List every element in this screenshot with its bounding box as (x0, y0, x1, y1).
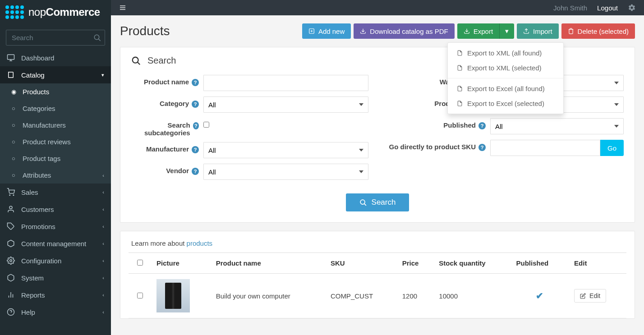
svg-point-7 (9, 206, 12, 209)
nav-content[interactable]: Content management ‹ (0, 235, 111, 252)
chevron-left-icon: ‹ (102, 224, 104, 229)
dot-icon: ◉ (8, 88, 19, 95)
logout-link[interactable]: Logout (597, 4, 618, 12)
nav-label: Dashboard (21, 54, 54, 62)
svg-line-25 (138, 62, 140, 64)
nav-dashboard[interactable]: Dashboard (0, 49, 111, 66)
user-icon (7, 205, 18, 213)
topbar-user[interactable]: John Smith (553, 4, 587, 12)
select-all-checkbox[interactable] (137, 260, 143, 266)
export-button[interactable]: Export (457, 23, 499, 39)
chevron-left-icon: ‹ (102, 275, 104, 280)
nav-catalog[interactable]: Catalog ▾ (0, 66, 111, 83)
nav-attributes[interactable]: ○ Attributes ‹ (0, 167, 111, 184)
nav-promotions[interactable]: Promotions ‹ (0, 218, 111, 235)
nav-product-reviews[interactable]: ○ Product reviews (0, 133, 111, 150)
nav-label: Categories (23, 105, 55, 112)
logo: nopCommerce (0, 0, 111, 24)
search-button[interactable]: Search (346, 193, 409, 211)
chevron-down-icon: ▾ (101, 72, 104, 78)
help-icon[interactable]: ? (193, 122, 199, 129)
sku-input[interactable] (490, 140, 600, 156)
help-icon[interactable]: ? (192, 79, 199, 86)
row-checkbox[interactable] (137, 293, 143, 298)
nav-customers[interactable]: Customers ‹ (0, 201, 111, 218)
search-subcat-checkbox[interactable] (203, 122, 209, 128)
cart-icon (7, 188, 18, 196)
add-new-button[interactable]: Add new (302, 23, 351, 39)
logo-text: nopCommerce (28, 6, 100, 18)
hamburger-icon[interactable] (119, 4, 126, 11)
vendor-label: Vendor? (131, 164, 203, 175)
help-icon[interactable]: ? (192, 146, 199, 153)
tags-icon (7, 222, 18, 230)
col-edit: Edit (569, 253, 626, 274)
learn-more-link[interactable]: products (187, 239, 213, 247)
svg-line-27 (364, 203, 366, 205)
divider (448, 78, 563, 78)
nav-help[interactable]: Help ‹ (0, 303, 111, 321)
file-icon (457, 50, 463, 56)
export-excel-selected[interactable]: Export to Excel (selected) (448, 96, 563, 111)
help-icon[interactable]: ? (478, 122, 486, 129)
search-input[interactable] (6, 30, 105, 46)
gear-icon[interactable] (628, 4, 636, 12)
svg-rect-2 (8, 55, 14, 60)
nav-product-tags[interactable]: ○ Product tags (0, 150, 111, 167)
edit-button[interactable]: Edit (574, 289, 606, 303)
search-icon[interactable] (93, 34, 101, 42)
export-xml-selected[interactable]: Export to XML (selected) (448, 60, 563, 75)
nav-label: Product reviews (23, 138, 71, 146)
category-label: Category? (131, 96, 203, 108)
export-excel-all[interactable]: Export to Excel (all found) (448, 81, 563, 96)
chevron-left-icon: ‹ (102, 309, 104, 315)
delete-selected-button[interactable]: Delete (selected) (561, 23, 635, 39)
product-name-input[interactable] (203, 75, 368, 91)
col-published: Published (511, 253, 569, 274)
nav-label: Catalog (21, 71, 45, 79)
svg-point-6 (13, 195, 14, 196)
go-button[interactable]: Go (600, 140, 624, 156)
caret-down-icon: ▾ (505, 27, 509, 35)
published-select[interactable]: All (490, 118, 624, 134)
export-xml-all[interactable]: Export to XML (all found) (448, 46, 563, 60)
chevron-left-icon: ‹ (102, 173, 104, 178)
svg-point-0 (94, 35, 99, 40)
nav-categories[interactable]: ○ Categories (0, 100, 111, 117)
published-label: Published? (386, 118, 490, 129)
product-name-label: Product name? (131, 75, 203, 86)
svg-point-26 (360, 200, 365, 204)
help-icon (7, 308, 18, 316)
nav-sales[interactable]: Sales ‹ (0, 184, 111, 201)
download-pdf-button[interactable]: Download catalog as PDF (354, 23, 454, 39)
nav-configuration[interactable]: Configuration ‹ (0, 252, 111, 269)
upload-icon (523, 28, 529, 34)
row-name: Build your own computer (211, 274, 325, 318)
nav-manufacturers[interactable]: ○ Manufacturers (0, 117, 111, 133)
nav-system[interactable]: System ‹ (0, 269, 111, 286)
svg-point-24 (133, 57, 138, 63)
circle-icon: ○ (8, 155, 19, 162)
chevron-left-icon: ‹ (102, 258, 104, 263)
help-icon[interactable]: ? (192, 168, 199, 175)
vendor-select[interactable]: All (203, 164, 368, 180)
plus-icon (308, 28, 315, 34)
search-icon (359, 199, 367, 207)
svg-point-9 (10, 260, 12, 262)
sidebar-search (6, 30, 105, 46)
nav-products[interactable]: ◉ Products (0, 83, 111, 100)
chevron-left-icon: ‹ (102, 241, 104, 246)
category-select[interactable]: All (203, 96, 368, 113)
export-icon (464, 28, 470, 34)
sidebar: nopCommerce Dashboard Catalog ▾ (0, 0, 111, 335)
help-icon[interactable]: ? (478, 144, 486, 151)
search-panel-title: Search (147, 55, 176, 66)
pencil-icon (580, 293, 586, 299)
cubes-icon (7, 239, 18, 248)
manufacturer-select[interactable]: All (203, 142, 368, 158)
help-icon[interactable]: ? (192, 101, 199, 108)
export-dropdown-toggle[interactable]: ▾ (499, 23, 514, 39)
manufacturer-label: Manufacturer? (131, 142, 203, 153)
import-button[interactable]: Import (517, 23, 559, 39)
nav-reports[interactable]: Reports ‹ (0, 286, 111, 303)
